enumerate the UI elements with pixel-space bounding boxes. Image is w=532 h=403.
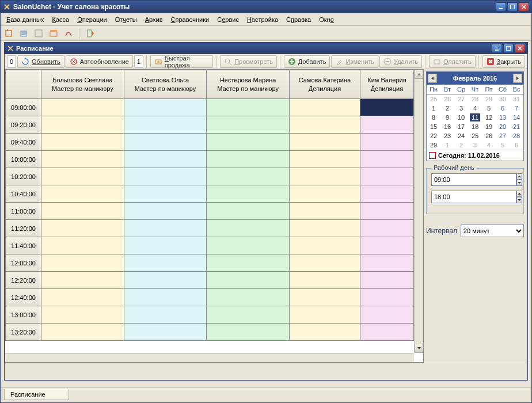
schedule-cell[interactable] [207,220,290,237]
calendar-day[interactable]: 28 [468,94,482,104]
child-maximize-button[interactable] [503,44,514,53]
calendar-day[interactable]: 17 [454,122,468,131]
menu-item[interactable]: Архив [142,15,166,24]
schedule-cell[interactable] [124,254,207,272]
schedule-cell[interactable] [41,272,124,289]
calendar-day[interactable]: 6 [510,140,523,150]
calendar-day[interactable]: 26 [440,94,454,104]
calendar-day[interactable]: 29 [482,94,496,104]
workday-start-input[interactable] [431,173,516,186]
schedule-cell[interactable] [41,237,124,254]
schedule-cell[interactable] [360,220,413,237]
horizontal-scrollbar[interactable] [5,353,414,362]
menu-item[interactable]: Окно [316,15,337,24]
schedule-cell[interactable] [290,237,360,254]
calendar-day[interactable]: 24 [454,131,468,140]
menu-item[interactable]: Справка [283,15,314,24]
schedule-cell[interactable] [124,134,207,151]
schedule-cell[interactable] [124,168,207,185]
toolbar-icon-5[interactable] [63,28,74,39]
calendar-day[interactable]: 1 [427,104,440,113]
schedule-cell[interactable] [360,254,413,272]
autorefresh-button[interactable]: Автообновление [66,55,133,68]
schedule-cell[interactable] [360,185,413,203]
menu-item[interactable]: База данных [3,15,48,24]
schedule-cell[interactable] [41,99,124,116]
calendar-day[interactable]: 27 [496,131,510,140]
schedule-cell[interactable] [290,185,360,203]
schedule-cell[interactable] [290,220,360,237]
spin-up-icon[interactable] [516,191,522,197]
schedule-cell[interactable] [207,254,290,272]
schedule-cell[interactable] [360,306,413,324]
schedule-cell[interactable] [41,324,124,341]
edit-button[interactable]: Изменить [331,55,378,68]
calendar-next-button[interactable] [513,74,522,83]
schedule-cell[interactable] [124,324,207,341]
schedule-cell[interactable] [360,289,413,306]
schedule-cell[interactable] [207,99,290,116]
schedule-cell[interactable] [124,220,207,237]
schedule-cell[interactable] [41,168,124,185]
scroll-down-icon[interactable] [415,344,423,353]
calendar-day[interactable]: 4 [468,104,482,113]
schedule-cell[interactable] [290,324,360,341]
calendar-day[interactable]: 21 [510,122,523,131]
schedule-cell[interactable] [124,99,207,116]
schedule-cell[interactable] [290,151,360,168]
schedule-cell[interactable] [124,272,207,289]
calendar-day[interactable]: 23 [440,131,454,140]
schedule-cell[interactable] [290,116,360,134]
vertical-scrollbar[interactable] [414,70,423,353]
calendar-day[interactable]: 15 [427,122,440,131]
schedule-cell[interactable] [124,289,207,306]
schedule-cell[interactable] [290,168,360,185]
schedule-cell[interactable] [41,306,124,324]
schedule-cell[interactable] [207,272,290,289]
add-button[interactable]: Добавить [284,55,330,68]
calendar-day[interactable]: 28 [510,131,523,140]
schedule-cell[interactable] [124,237,207,254]
spin-down-icon[interactable] [516,197,522,203]
schedule-cell[interactable] [360,272,413,289]
schedule-cell[interactable] [207,116,290,134]
spin-up-icon[interactable] [516,173,522,180]
calendar-day[interactable]: 20 [496,122,510,131]
menu-item[interactable]: Касса [49,15,73,24]
schedule-cell[interactable] [41,254,124,272]
close-schedule-button[interactable]: Закрыть [482,55,525,68]
calendar-day[interactable]: 2 [454,140,468,150]
schedule-cell[interactable] [290,99,360,116]
schedule-cell[interactable] [207,306,290,324]
schedule-cell[interactable] [360,134,413,151]
schedule-cell[interactable] [41,289,124,306]
schedule-cell[interactable] [207,151,290,168]
calendar-day[interactable]: 11 [468,113,482,122]
child-minimize-button[interactable] [492,44,502,53]
refresh-button[interactable]: Обновить [17,55,64,68]
window-tab[interactable]: Расписание [4,389,69,400]
child-close-button[interactable] [515,44,525,53]
schedule-cell[interactable] [41,134,124,151]
calendar-day[interactable]: 26 [482,131,496,140]
calendar-day[interactable]: 2 [440,104,454,113]
schedule-cell[interactable] [124,306,207,324]
toolbar-icon-6[interactable] [85,28,96,39]
schedule-cell[interactable] [207,134,290,151]
view-button[interactable]: Просмотреть [220,55,277,68]
scroll-up-icon[interactable] [415,70,423,79]
close-button[interactable] [519,2,529,12]
schedule-cell[interactable] [360,151,413,168]
schedule-cell[interactable] [207,237,290,254]
calendar-day[interactable]: 3 [454,104,468,113]
schedule-cell[interactable] [360,203,413,220]
toolbar-icon-4[interactable] [48,28,59,39]
calendar-day[interactable]: 12 [482,113,496,122]
schedule-cell[interactable] [207,185,290,203]
schedule-cell[interactable] [41,220,124,237]
calendar-day[interactable]: 7 [510,104,523,113]
toolbar-icon-1[interactable] [3,28,14,39]
calendar-day[interactable]: 25 [468,131,482,140]
pay-button[interactable]: Оплатить [429,55,476,68]
menu-item[interactable]: Справочники [168,15,213,24]
